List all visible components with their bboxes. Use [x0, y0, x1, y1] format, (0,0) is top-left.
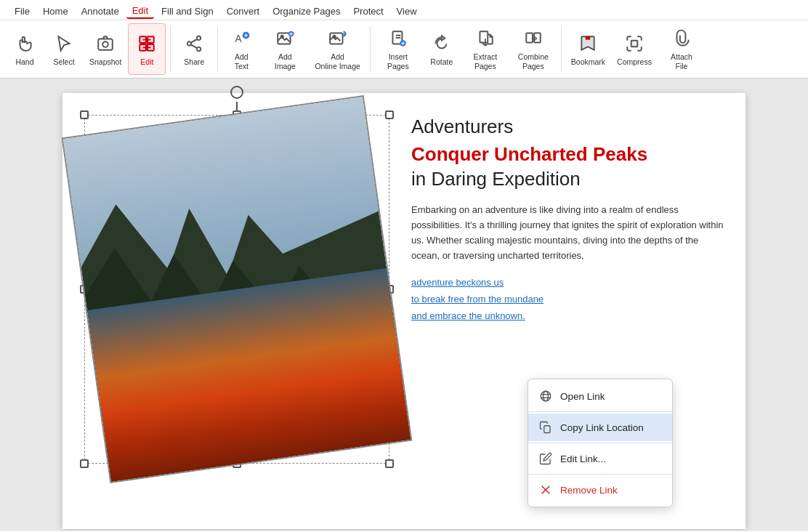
- separator-1: [170, 26, 171, 72]
- svg-text:+: +: [289, 31, 293, 38]
- image-container[interactable]: [84, 115, 389, 464]
- share-button[interactable]: Share: [175, 23, 213, 75]
- insert-pages-label: InsertPages: [387, 52, 409, 70]
- svg-point-40: [541, 391, 551, 401]
- menu-annotate[interactable]: Annotate: [76, 4, 125, 18]
- copy-link-item[interactable]: Copy Link Location: [528, 414, 672, 441]
- snapshot-button[interactable]: Snapshot: [84, 23, 126, 75]
- extract-pages-label: ExtractPages: [473, 52, 497, 70]
- select-icon: [52, 32, 76, 55]
- article-link[interactable]: adventure beckons us to break free from …: [411, 274, 724, 325]
- compress-button[interactable]: Compress: [612, 23, 657, 75]
- kayak-photo: [62, 95, 413, 483]
- separator-2: [217, 26, 218, 72]
- svg-point-35: [158, 327, 336, 394]
- handle-tl[interactable]: [80, 110, 89, 119]
- svg-rect-27: [526, 33, 533, 43]
- add-image-icon: +: [273, 27, 296, 50]
- add-image-label: AddImage: [275, 52, 296, 70]
- hand-icon: [13, 32, 36, 55]
- edit-link-icon: [538, 451, 553, 466]
- svg-rect-44: [544, 426, 550, 433]
- headline-red: Conquer Uncharted Peaks: [411, 142, 724, 167]
- svg-line-10: [192, 44, 198, 47]
- svg-rect-30: [631, 40, 638, 47]
- ctx-divider-1: [528, 411, 672, 412]
- svg-line-38: [253, 403, 261, 461]
- combine-pages-label: CombinePages: [518, 52, 549, 70]
- svg-point-19: [333, 36, 335, 38]
- svg-point-6: [197, 36, 201, 39]
- copy-link-icon: [538, 420, 553, 435]
- rotate-label: Rotate: [430, 57, 453, 67]
- svg-text:A: A: [235, 33, 243, 45]
- article-body: Embarking on an adventure is like diving…: [411, 203, 724, 263]
- add-image-button[interactable]: + AddImage: [262, 23, 308, 75]
- svg-point-7: [187, 41, 191, 45]
- edit-link-item[interactable]: Edit Link...: [528, 445, 672, 472]
- svg-point-8: [197, 47, 201, 51]
- combine-pages-icon: [522, 27, 545, 50]
- handle-tr[interactable]: [385, 110, 394, 119]
- handle-br[interactable]: [385, 459, 394, 468]
- link-line-2: to break free from the mundane: [411, 294, 544, 305]
- svg-text:+: +: [244, 31, 249, 39]
- open-link-item[interactable]: Open Link: [528, 382, 672, 410]
- separator-3: [370, 26, 371, 72]
- select-button[interactable]: Select: [45, 23, 83, 75]
- svg-text:+: +: [401, 39, 405, 47]
- attach-file-label: AttachFile: [671, 52, 692, 70]
- add-online-image-icon: [326, 27, 350, 50]
- add-text-button[interactable]: A + AddText: [222, 23, 260, 75]
- rotate-icon: [430, 32, 453, 55]
- headline-sub: in Daring Expedition: [411, 167, 724, 192]
- rotate-circle[interactable]: [230, 86, 243, 99]
- svg-rect-29: [586, 36, 591, 39]
- edit-icon: [135, 32, 158, 55]
- combine-pages-button[interactable]: CombinePages: [510, 23, 557, 75]
- compress-icon: [623, 32, 646, 55]
- hand-button[interactable]: Hand: [6, 23, 44, 75]
- svg-point-1: [102, 41, 108, 47]
- context-menu: Open Link Copy Link Location: [528, 379, 673, 507]
- menu-edit[interactable]: Edit: [126, 4, 154, 19]
- add-text-icon: A +: [230, 27, 253, 50]
- menu-protect[interactable]: Protect: [347, 4, 389, 18]
- svg-point-39: [241, 414, 272, 435]
- globe-icon: [538, 389, 553, 403]
- add-text-label: AddText: [235, 52, 249, 70]
- extract-pages-icon: [474, 27, 497, 50]
- insert-pages-icon: +: [387, 27, 410, 50]
- add-online-image-button[interactable]: AddOnline Image: [310, 23, 365, 75]
- handle-bl[interactable]: [80, 459, 89, 468]
- share-icon: [182, 32, 206, 55]
- bookmark-button[interactable]: Bookmark: [566, 23, 610, 75]
- separator-4: [561, 26, 562, 72]
- rotate-button[interactable]: Rotate: [423, 23, 461, 75]
- extract-pages-button[interactable]: ExtractPages: [462, 23, 509, 75]
- edit-link-label: Edit Link...: [560, 454, 606, 464]
- link-line-1: adventure beckons us: [411, 277, 504, 288]
- menu-home[interactable]: Home: [37, 4, 74, 18]
- edit-label: Edit: [140, 57, 153, 67]
- attach-file-button[interactable]: AttachFile: [658, 23, 705, 75]
- menu-organize[interactable]: Organize Pages: [267, 4, 346, 18]
- compress-label: Compress: [617, 57, 652, 67]
- svg-rect-34: [93, 311, 411, 482]
- edit-button[interactable]: Edit: [128, 23, 166, 75]
- menu-view[interactable]: View: [391, 4, 423, 18]
- add-online-image-label: AddOnline Image: [315, 52, 360, 70]
- menu-fill-sign[interactable]: Fill and Sign: [155, 4, 219, 18]
- menu-convert[interactable]: Convert: [221, 4, 266, 18]
- remove-link-item[interactable]: Remove Link: [528, 476, 672, 504]
- ctx-divider-2: [528, 443, 672, 443]
- snapshot-label: Snapshot: [89, 57, 121, 67]
- svg-marker-37: [210, 398, 304, 467]
- svg-line-9: [192, 39, 198, 42]
- copy-link-label: Copy Link Location: [560, 422, 644, 433]
- insert-pages-button[interactable]: + InsertPages: [375, 23, 421, 75]
- pdf-page: Adventurers Conquer Uncharted Peaks in D…: [62, 93, 746, 529]
- menu-file[interactable]: File: [9, 4, 36, 18]
- open-link-label: Open Link: [560, 391, 605, 402]
- content-area: Adventurers Conquer Uncharted Peaks in D…: [0, 78, 808, 531]
